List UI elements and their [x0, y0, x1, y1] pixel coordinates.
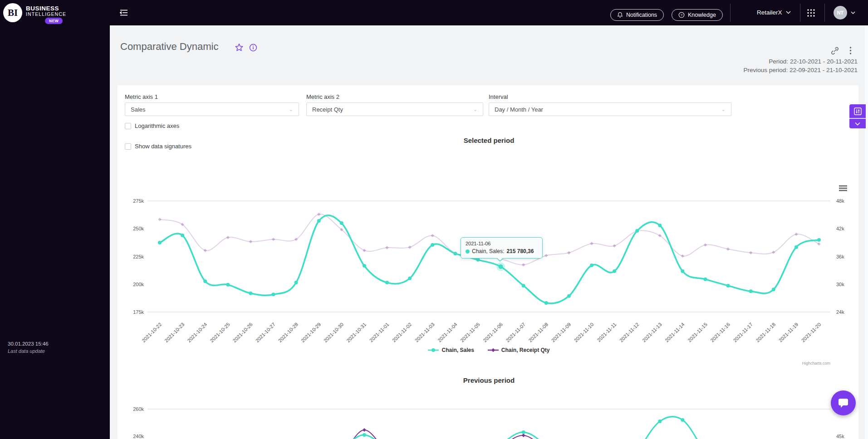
previous-period-title: Previous period	[147, 376, 830, 384]
brand-line2: INTELLIGENCE	[26, 11, 66, 17]
retailer-label: RetailerX	[757, 9, 782, 16]
legend-item-sales[interactable]: Chain, Sales	[428, 347, 474, 353]
filter-sliders-icon	[854, 107, 862, 115]
highcharts-credits[interactable]: Highcharts.com	[726, 361, 830, 366]
link-icon	[831, 47, 839, 55]
info-icon	[249, 44, 257, 52]
series-dot-icon	[466, 249, 470, 254]
topbar-divider	[800, 4, 800, 22]
new-badge: NEW	[45, 18, 63, 24]
collapse-sidebar-button[interactable]	[119, 9, 128, 19]
checkbox-label: Logarithmic axes	[135, 122, 179, 129]
legend-label: Chain, Receipt Qty	[501, 347, 550, 353]
collapse-panel-button[interactable]	[849, 119, 866, 128]
chevron-down-icon	[786, 11, 791, 14]
legend-item-receipt-qty[interactable]: Chain, Receipt Qty	[488, 347, 550, 353]
checkbox-box[interactable]	[125, 123, 131, 129]
interval-select[interactable]: Day / Month / Year ⌄	[489, 102, 731, 116]
interval-value: Day / Month / Year	[495, 106, 543, 113]
legend-marker-circle	[428, 348, 439, 352]
tooltip-value: 215 780,36	[506, 248, 534, 254]
metric-axis-2-value: Receipt Qty	[312, 106, 343, 113]
knowledge-button[interactable]: ? Knowledge	[672, 9, 723, 21]
topbar-divider	[824, 4, 825, 22]
apps-grid-button[interactable]	[807, 9, 815, 19]
collapse-sidebar-icon	[119, 9, 128, 17]
star-icon	[235, 43, 244, 52]
metric-axis-2-select[interactable]: Receipt Qty ⌄	[306, 102, 483, 116]
share-link-button[interactable]	[831, 47, 839, 57]
notifications-label: Notifications	[626, 12, 657, 18]
info-button[interactable]	[249, 44, 257, 54]
chevron-down-icon	[855, 122, 860, 126]
chart-context-menu-button[interactable]	[839, 185, 847, 193]
chart-legend: Chain, Sales Chain, Receipt Qty	[147, 347, 830, 353]
grid-icon	[807, 9, 815, 17]
tooltip-pointer	[497, 258, 503, 264]
tooltip-series: Chain, Sales:	[472, 248, 504, 254]
tooltip-date: 2021-11-06	[466, 241, 538, 246]
favorite-star-button[interactable]	[235, 43, 244, 54]
legend-label: Chain, Sales	[441, 347, 474, 353]
more-options-button[interactable]	[848, 46, 853, 57]
scrollbar[interactable]	[865, 25, 868, 439]
brand-line1: BUSINESS	[26, 5, 59, 12]
selected-period-title: Selected period	[147, 137, 830, 144]
chevron-down-icon: ⌄	[473, 107, 477, 112]
interval-label: Interval	[489, 93, 508, 100]
svg-text:?: ?	[681, 13, 683, 17]
app-logo[interactable]: BI	[3, 3, 22, 22]
last-update-time: 30.01.2023 15:46	[8, 341, 49, 346]
question-circle-icon: ?	[678, 12, 685, 18]
page-title: Comparative Dynamic	[120, 41, 218, 53]
bell-icon	[617, 12, 623, 18]
sidebar	[0, 25, 110, 439]
logarithmic-axes-checkbox[interactable]: Logarithmic axes	[125, 122, 179, 129]
legend-marker-diamond	[488, 348, 499, 352]
metric-axis-1-select[interactable]: Sales ⌄	[125, 102, 299, 116]
knowledge-label: Knowledge	[688, 12, 716, 18]
metric-axis-2-label: Metric axis 2	[306, 93, 339, 100]
kebab-menu-icon	[849, 46, 852, 55]
hamburger-icon	[839, 185, 847, 191]
retailer-selector[interactable]: RetailerX	[757, 9, 791, 16]
metric-axis-1-value: Sales	[131, 106, 146, 113]
metric-axis-1-label: Metric axis 1	[125, 93, 158, 100]
period-label: Period: 22-10-2021 - 20-11-2021	[769, 58, 858, 65]
chevron-down-icon: ⌄	[289, 107, 293, 112]
user-menu[interactable]: NT	[834, 6, 855, 20]
previous-period-label: Previous period: 22-09-2021 - 21-10-2021	[744, 67, 858, 73]
last-update-caption: Last data update	[8, 348, 45, 354]
top-bar	[0, 0, 868, 25]
chat-fab-button[interactable]	[831, 390, 856, 415]
checkbox-box[interactable]	[125, 143, 131, 150]
chevron-down-icon: ⌄	[721, 107, 726, 112]
chart-tooltip: 2021-11-06 Chain, Sales: 215 780,36	[461, 237, 543, 259]
filter-panel-toggle-button[interactable]	[849, 104, 866, 118]
chevron-down-icon	[851, 11, 855, 15]
notifications-button[interactable]: Notifications	[610, 9, 664, 21]
topbar-divider	[730, 4, 731, 22]
avatar[interactable]: NT	[834, 6, 847, 20]
chat-bubble-icon	[837, 397, 849, 409]
